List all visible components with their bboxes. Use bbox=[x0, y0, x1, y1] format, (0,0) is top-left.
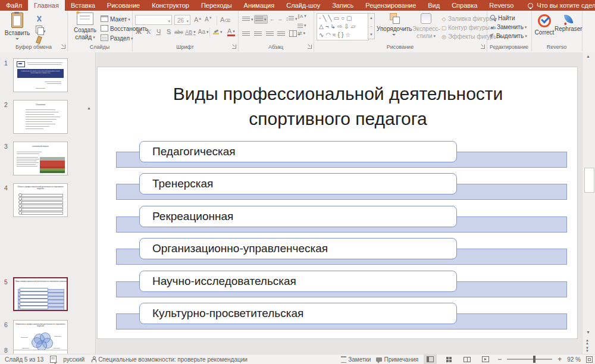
smartart-box[interactable]: Организационно-управленческая bbox=[139, 238, 457, 259]
numbering-button[interactable] bbox=[254, 15, 268, 24]
justify-button[interactable] bbox=[276, 30, 286, 39]
reverso-correct-button[interactable]: Correct bbox=[533, 14, 556, 36]
tab-design[interactable]: Конструктор bbox=[146, 0, 195, 11]
smartart-box[interactable]: Тренерская bbox=[139, 173, 457, 194]
tab-help[interactable]: Справка bbox=[446, 0, 483, 11]
bold-button[interactable]: Ж bbox=[134, 28, 143, 35]
text-shadow-button[interactable]: S bbox=[164, 28, 173, 35]
strikethrough-button[interactable]: abc bbox=[174, 29, 183, 35]
tab-view[interactable]: Вид bbox=[422, 0, 446, 11]
zoom-level[interactable]: 92 % bbox=[567, 356, 581, 363]
tell-me-label[interactable]: Что вы хотите сделать? bbox=[537, 2, 595, 9]
copy-button[interactable] bbox=[36, 26, 46, 34]
find-button[interactable]: Найти bbox=[490, 15, 515, 21]
format-painter-button[interactable] bbox=[37, 36, 41, 45]
tab-slideshow[interactable]: Слайд-шоу bbox=[280, 0, 326, 11]
cut-button[interactable] bbox=[36, 15, 42, 23]
next-slide-button[interactable]: ▼▼ bbox=[585, 347, 589, 353]
select-button[interactable]: Выделить bbox=[490, 33, 527, 39]
slideshow-view-button[interactable] bbox=[479, 354, 492, 364]
change-case-button[interactable]: Аа bbox=[198, 29, 209, 35]
arrange-button[interactable]: Упорядочить bbox=[377, 13, 411, 36]
align-text-button[interactable] bbox=[298, 22, 306, 29]
align-right-button[interactable] bbox=[265, 30, 275, 39]
spell-check-icon[interactable] bbox=[50, 356, 57, 363]
comments-button[interactable]: Примечания bbox=[376, 356, 418, 363]
smartart-box[interactable]: Педагогическая bbox=[139, 141, 457, 162]
shapes-gallery[interactable]: ▫╲╲▭○▢ △¬↳⇨⇩▱ ∿◠≈{}☆ bbox=[317, 13, 369, 40]
tab-file[interactable]: Файл bbox=[0, 0, 28, 11]
tab-animations[interactable]: Анимация bbox=[238, 0, 281, 11]
align-left-button[interactable] bbox=[241, 30, 251, 39]
notes-button[interactable]: Заметки bbox=[341, 356, 371, 363]
vertical-scrollbar[interactable]: ▲ ▼ ▲▲ ▼▼ bbox=[582, 52, 595, 354]
accessibility-status[interactable]: Специальные возможности: проверьте реком… bbox=[91, 356, 248, 363]
scroll-down-arrow[interactable]: ▼ bbox=[586, 330, 590, 334]
scroll-up-arrow[interactable]: ▲ bbox=[586, 54, 590, 58]
font-color-button[interactable]: А bbox=[227, 28, 235, 36]
underline-button[interactable]: Ч bbox=[155, 28, 163, 35]
slide-thumbnail-6[interactable]: Компоненты профессиональной деятельности… bbox=[13, 320, 68, 354]
replace-button[interactable]: Заменить bbox=[490, 24, 527, 30]
slide-thumbnail-8-partial[interactable] bbox=[13, 350, 68, 354]
character-spacing-button[interactable]: АВ bbox=[184, 29, 196, 35]
paste-button[interactable]: Вставить bbox=[4, 12, 31, 40]
fit-to-window-icon[interactable] bbox=[586, 356, 593, 363]
scrollbar-thumb[interactable] bbox=[584, 168, 594, 193]
tab-draw[interactable]: Рисование bbox=[101, 0, 146, 11]
slide-thumbnail-2[interactable]: Оглавление bbox=[13, 100, 68, 134]
shapes-row-2[interactable]: △¬↳⇨⇩▱ bbox=[319, 23, 357, 30]
convert-smartart-button[interactable]: ⇄ bbox=[298, 30, 305, 36]
shrink-font-button[interactable]: А▼ bbox=[205, 16, 212, 23]
font-dialog-launcher[interactable] bbox=[232, 45, 236, 49]
slide-thumbnail-1[interactable]: КОМПОНЕНТЫ ПЕДАГОГИЧЕСКОЙ ДЕЯТЕЛЬНОСТИ С… bbox=[13, 58, 68, 92]
shape-outline-button[interactable]: ▢Контур фигуры bbox=[441, 24, 493, 31]
slide-number-indicator[interactable]: Слайд 5 из 13 bbox=[5, 356, 43, 363]
increase-indent-button[interactable]: → bbox=[277, 16, 283, 22]
zoom-in-button[interactable]: + bbox=[558, 355, 562, 363]
font-size-combo[interactable]: 26 bbox=[174, 15, 190, 25]
clipboard-dialog-launcher[interactable] bbox=[61, 45, 65, 49]
normal-view-button[interactable] bbox=[424, 354, 437, 364]
slide-thumbnail-3[interactable]: спортивный педагог bbox=[13, 142, 68, 175]
tab-transitions[interactable]: Переходы bbox=[195, 0, 238, 11]
quick-styles-button[interactable]: Экспресс- стили bbox=[412, 13, 440, 40]
slide-sorter-view-button[interactable] bbox=[442, 354, 455, 364]
panel-scroll-up-icon[interactable]: ▲ bbox=[87, 106, 91, 110]
paragraph-dialog-launcher[interactable] bbox=[308, 45, 312, 49]
slide-thumbnail-4[interactable]: Область профессиональной деятельности сп… bbox=[13, 183, 68, 217]
line-spacing-button[interactable]: ↕ bbox=[286, 15, 298, 22]
grow-font-button[interactable]: А▲ bbox=[194, 16, 202, 23]
slide-editing-area[interactable]: Виды профессиональной деятельности спорт… bbox=[97, 67, 578, 339]
reverso-rephraser-button[interactable]: Rephraser bbox=[555, 14, 582, 33]
section-button[interactable]: Раздел bbox=[101, 34, 133, 42]
zoom-slider[interactable] bbox=[507, 359, 552, 360]
zoom-out-button[interactable]: − bbox=[497, 355, 502, 363]
bullets-button[interactable] bbox=[241, 15, 255, 24]
slide-title[interactable]: Виды профессиональной деятельности спорт… bbox=[136, 81, 540, 131]
italic-button[interactable]: К bbox=[145, 28, 153, 35]
smartart-box[interactable]: Рекреационная bbox=[139, 206, 457, 227]
zoom-slider-thumb[interactable] bbox=[533, 356, 536, 363]
font-name-combo[interactable] bbox=[135, 15, 172, 25]
drawing-dialog-launcher[interactable] bbox=[481, 45, 485, 49]
tab-record[interactable]: Запись bbox=[326, 0, 359, 11]
layout-button[interactable]: Макет bbox=[101, 15, 130, 23]
text-direction-button[interactable]: ∥А bbox=[298, 14, 306, 19]
clear-formatting-button[interactable]: А⌫ bbox=[220, 16, 230, 23]
slide-thumbnail-5-selected[interactable]: Виды профессиональной деятельности спорт… bbox=[13, 277, 68, 311]
shapes-gallery-scrollbar[interactable]: ▲–▼ bbox=[368, 13, 375, 39]
new-slide-button[interactable]: Создать слайд bbox=[70, 12, 100, 41]
reading-view-button[interactable] bbox=[461, 354, 474, 364]
shapes-row-1[interactable]: ▫╲╲▭○▢ bbox=[319, 15, 354, 21]
smartart-box[interactable]: Научно-исследовательская bbox=[139, 271, 457, 292]
tab-reverso[interactable]: Reverso bbox=[483, 0, 519, 11]
smartart-box[interactable]: Культурно-просветительская bbox=[139, 303, 457, 324]
tab-review[interactable]: Рецензирование bbox=[359, 0, 422, 11]
decrease-indent-button[interactable]: ← bbox=[270, 16, 275, 22]
tab-insert[interactable]: Вставка bbox=[65, 0, 101, 11]
language-indicator[interactable]: русский bbox=[63, 356, 84, 363]
text-highlight-button[interactable] bbox=[213, 29, 223, 35]
tell-me-search[interactable]: Что вы хотите сделать? bbox=[528, 0, 595, 11]
align-center-button[interactable] bbox=[253, 30, 263, 39]
